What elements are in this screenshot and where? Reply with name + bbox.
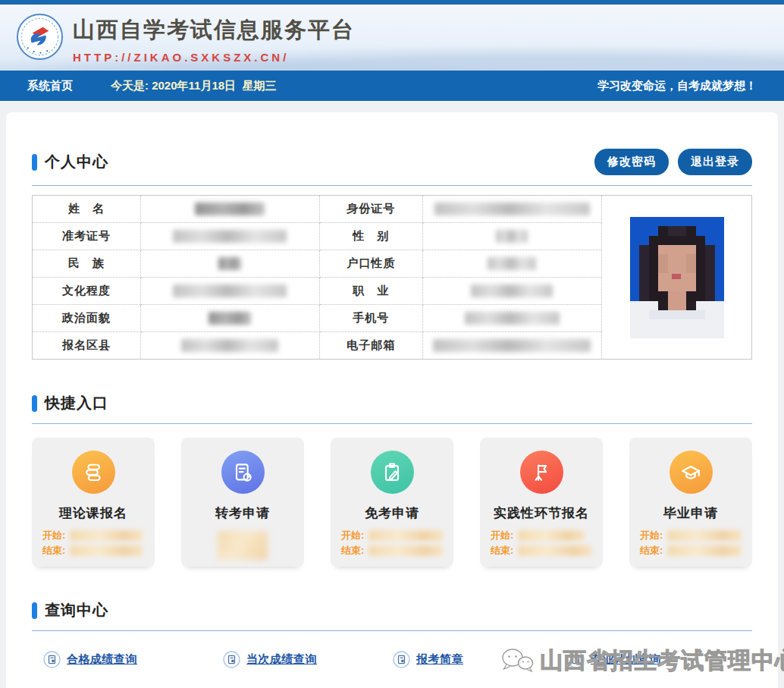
field-value — [141, 250, 320, 278]
field-value — [141, 196, 320, 223]
photo-cell — [602, 196, 752, 360]
logout-button[interactable]: 退出登录 — [678, 149, 752, 175]
link-label[interactable]: 报考简章 — [416, 652, 463, 667]
card-title: 理论课报名 — [42, 504, 144, 522]
field-value — [422, 278, 602, 305]
start-label: 开始: — [640, 529, 667, 542]
field-value — [422, 223, 602, 250]
field-value — [422, 196, 602, 223]
query-center-title: 查询中心 — [45, 600, 108, 620]
books-icon — [72, 451, 115, 494]
link-label[interactable]: 合格成绩查询 — [67, 652, 137, 667]
section-accent-bar — [32, 395, 37, 412]
link-label[interactable]: 当次成绩查询 — [246, 652, 317, 667]
redacted-date — [70, 545, 143, 556]
navbar: 系统首页 今天是: 2020年11月18日 星期三 学习改变命运，自考成就梦想！ — [0, 71, 784, 101]
field-label: 姓 名 — [33, 196, 141, 223]
content-card: 个人中心 修改密码 退出登录 姓 名 身份证号 — [6, 112, 778, 688]
quick-entry-cards: 理论课报名 开始: 结束: 转考申请 — [32, 438, 752, 567]
card-title: 转考申请 — [192, 504, 293, 522]
link-current-score-query[interactable]: 当次成绩查询 — [223, 651, 393, 668]
graduation-cap-icon — [670, 451, 713, 494]
end-label: 结束: — [42, 544, 70, 558]
document-badge-icon — [567, 651, 585, 668]
personal-center-header: 个人中心 修改密码 退出登录 — [32, 112, 752, 175]
field-label: 身份证号 — [319, 196, 422, 223]
table-row: 姓 名 身份证号 — [33, 196, 752, 223]
field-label: 政治面貌 — [33, 305, 141, 332]
redacted-date — [218, 531, 268, 560]
link-exam-guide[interactable]: 报考简章 — [393, 651, 567, 668]
field-value — [422, 250, 602, 278]
card-graduation-application[interactable]: 毕业申请 开始: 结束: — [629, 438, 752, 567]
field-label: 手机号 — [319, 305, 422, 332]
card-transfer-application[interactable]: 转考申请 — [181, 438, 304, 567]
field-value — [141, 223, 320, 250]
field-value — [422, 332, 602, 360]
card-practical-session-registration[interactable]: 实践性环节报名 开始: 结束: — [480, 438, 603, 567]
section-accent-bar — [32, 602, 37, 619]
field-label: 职 业 — [319, 278, 422, 305]
field-label: 民 族 — [33, 250, 141, 278]
field-value — [141, 278, 320, 305]
query-center-header: 查询中心 — [32, 567, 752, 620]
query-links: 合格成绩查询 当次成绩查询 报考简章 专业计划查询 准考证打印 当次免考审核结果… — [32, 651, 752, 688]
field-value — [141, 332, 320, 360]
platform-logo — [16, 13, 64, 61]
document-badge-icon — [223, 651, 240, 668]
profile-table: 姓 名 身份证号 — [32, 195, 752, 360]
flag-icon — [520, 451, 563, 494]
start-label: 开始: — [42, 529, 70, 542]
site-url: HTTP://ZIKAO.SXKSZX.CN/ — [73, 51, 355, 64]
redacted-date — [70, 530, 143, 541]
redacted-date — [368, 530, 443, 541]
field-value — [141, 305, 320, 332]
header: 山西自学考试信息服务平台 HTTP://ZIKAO.SXKSZX.CN/ — [0, 5, 784, 71]
start-label: 开始: — [491, 529, 518, 542]
nav-slogan: 学习改变命运，自考成就梦想！ — [597, 79, 757, 93]
field-label: 户口性质 — [319, 250, 422, 278]
profile-photo — [630, 217, 724, 338]
site-title: 山西自学考试信息服务平台 — [73, 15, 355, 46]
nav-date: 今天是: 2020年11月18日 星期三 — [111, 79, 276, 93]
card-exemption-application[interactable]: 免考申请 开始: 结束: — [331, 438, 453, 567]
quick-entry-header: 快捷入口 — [32, 360, 752, 413]
start-label: 开始: — [341, 529, 368, 542]
link-qualified-score-query[interactable]: 合格成绩查询 — [43, 651, 223, 668]
redacted-date — [667, 545, 742, 556]
change-password-button[interactable]: 修改密码 — [594, 149, 669, 175]
quick-entry-title: 快捷入口 — [45, 393, 108, 413]
field-label: 报名区县 — [33, 332, 141, 360]
document-refresh-icon — [221, 451, 265, 494]
clipboard-pencil-icon — [371, 451, 414, 494]
end-label: 结束: — [341, 544, 368, 558]
field-label: 准考证号 — [33, 223, 141, 250]
nav-home-link[interactable]: 系统首页 — [27, 79, 73, 93]
field-label: 性 别 — [319, 223, 422, 250]
section-divider — [32, 185, 752, 186]
card-title: 实践性环节报名 — [491, 504, 592, 522]
redacted-date — [518, 530, 585, 541]
redacted-date — [518, 545, 592, 556]
document-badge-icon — [393, 651, 410, 668]
card-title: 毕业申请 — [640, 504, 742, 522]
field-value — [422, 305, 602, 332]
card-title: 免考申请 — [341, 504, 443, 522]
card-theory-course-registration[interactable]: 理论课报名 开始: 结束: — [32, 438, 155, 567]
link-major-plan-query[interactable]: 专业计划查询 — [567, 651, 752, 668]
end-label: 结束: — [491, 544, 518, 558]
document-badge-icon — [43, 651, 61, 668]
link-label[interactable]: 专业计划查询 — [591, 652, 661, 667]
section-accent-bar — [32, 154, 37, 171]
redacted-date — [667, 530, 742, 541]
field-label: 文化程度 — [33, 278, 141, 305]
personal-center-title: 个人中心 — [45, 152, 108, 172]
field-label: 电子邮箱 — [319, 332, 422, 360]
page: { "header": { "title": "山西自学考试信息服务平台", "… — [0, 0, 784, 688]
redacted-date — [368, 545, 443, 556]
section-divider — [32, 423, 752, 424]
end-label: 结束: — [640, 544, 667, 558]
section-divider — [32, 630, 752, 631]
